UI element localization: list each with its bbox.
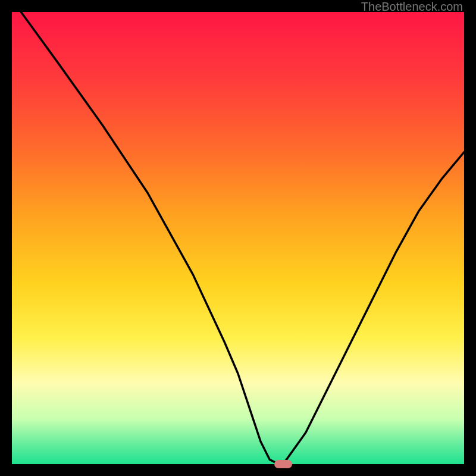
bottleneck-curve [12,12,464,464]
optimal-marker [274,460,292,468]
watermark: TheBottleneck.com [361,0,463,14]
chart-area [12,12,464,464]
